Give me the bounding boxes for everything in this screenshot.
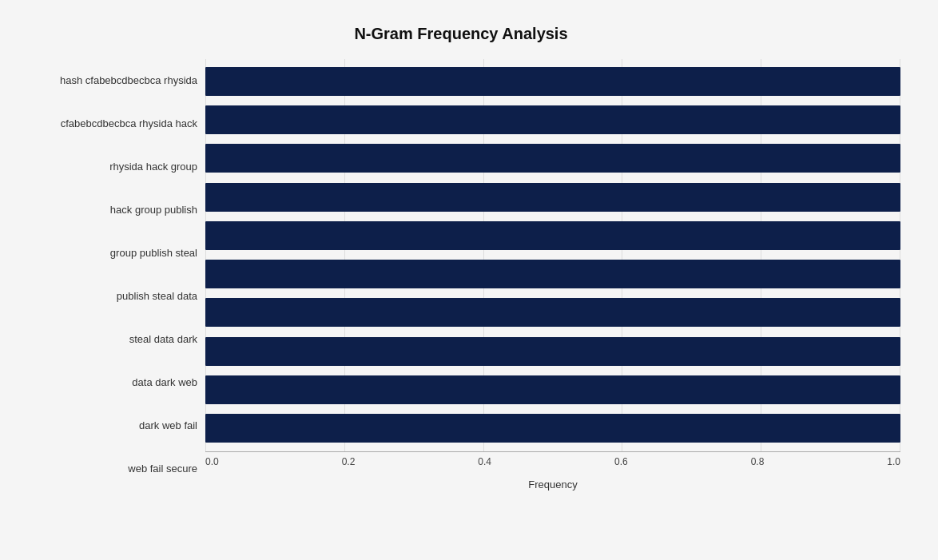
bar-row-8 <box>205 373 900 407</box>
bar-9 <box>205 414 900 443</box>
bar-8 <box>205 375 900 404</box>
bar-row-4 <box>205 219 900 252</box>
bar-3 <box>205 183 900 212</box>
y-label-1: cfabebcdbecbca rhysida hack <box>22 118 197 129</box>
bars-list <box>205 59 900 451</box>
bar-row-7 <box>205 335 900 368</box>
bar-1 <box>205 105 900 134</box>
bar-row-1 <box>205 103 900 137</box>
y-label-2: rhysida hack group <box>22 161 197 172</box>
bar-row-6 <box>205 296 900 329</box>
bar-row-0 <box>205 65 900 98</box>
bar-4 <box>205 221 900 250</box>
bar-row-9 <box>205 411 900 445</box>
bar-row-3 <box>205 181 900 214</box>
bar-2 <box>205 144 900 173</box>
bars-and-x: 0.00.20.40.60.81.0 Frequency <box>205 59 900 490</box>
chart-title: N-Gram Frequency Analysis <box>22 25 900 43</box>
y-label-7: data dark web <box>22 377 197 387</box>
chart-container: N-Gram Frequency Analysis hash cfabebcdb… <box>14 9 924 552</box>
x-tick-5: 1.0 <box>887 456 900 467</box>
y-label-5: publish steal data <box>22 291 197 301</box>
y-label-3: hack group publish <box>22 205 197 215</box>
y-label-8: dark web fail <box>22 420 197 431</box>
x-tick-3: 0.6 <box>614 456 628 467</box>
bars-area <box>205 59 900 451</box>
bar-0 <box>205 67 900 96</box>
x-axis-title: Frequency <box>205 479 900 490</box>
bar-7 <box>205 337 900 366</box>
x-axis: 0.00.20.40.60.81.0 <box>205 451 900 475</box>
x-tick-2: 0.4 <box>478 456 491 467</box>
y-label-6: steal data dark <box>22 334 197 344</box>
y-axis-labels: hash cfabebcdbecbca rhysidacfabebcdbecbc… <box>22 59 205 490</box>
y-label-0: hash cfabebcdbecbca rhysida <box>22 75 197 85</box>
x-tick-4: 0.8 <box>751 456 765 467</box>
bar-row-5 <box>205 257 900 291</box>
y-label-9: web fail secure <box>22 463 197 474</box>
chart-area: hash cfabebcdbecbca rhysidacfabebcdbecbc… <box>22 59 900 490</box>
bar-5 <box>205 260 900 288</box>
x-tick-1: 0.2 <box>342 456 356 467</box>
y-label-4: group publish steal <box>22 248 197 258</box>
x-tick-0: 0.0 <box>205 456 219 467</box>
bar-6 <box>205 298 900 327</box>
bar-row-2 <box>205 141 900 175</box>
